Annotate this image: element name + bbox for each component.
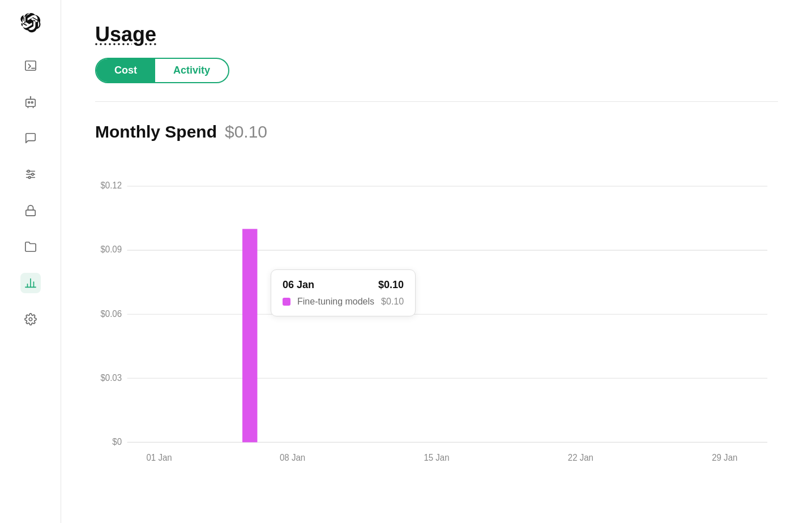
svg-point-13 xyxy=(31,173,33,175)
svg-text:01 Jan: 01 Jan xyxy=(146,452,172,462)
svg-rect-2 xyxy=(25,99,35,106)
svg-text:08 Jan: 08 Jan xyxy=(280,452,305,462)
chart-svg: $0 $0.03 $0.06 $0.09 $0.12 01 Jan 08 Jan… xyxy=(95,162,778,479)
folder-icon[interactable] xyxy=(20,237,41,257)
lock-icon[interactable] xyxy=(20,200,41,221)
sliders-icon[interactable] xyxy=(20,164,41,185)
monthly-spend-value: $0.10 xyxy=(225,122,267,142)
svg-point-3 xyxy=(28,102,29,104)
monthly-spend-header: Monthly Spend $0.10 xyxy=(95,122,778,142)
svg-text:$0.06: $0.06 xyxy=(100,308,122,319)
terminal-icon[interactable] xyxy=(20,55,41,76)
svg-text:$0.09: $0.09 xyxy=(100,243,122,254)
svg-point-6 xyxy=(30,97,31,97)
tab-cost[interactable]: Cost xyxy=(96,59,155,82)
svg-point-4 xyxy=(31,102,33,104)
svg-text:$0.03: $0.03 xyxy=(100,372,122,383)
page-title: Usage xyxy=(95,23,778,46)
svg-point-14 xyxy=(28,177,31,179)
sidebar xyxy=(0,0,61,523)
chart-icon[interactable] xyxy=(20,273,41,293)
svg-text:29 Jan: 29 Jan xyxy=(712,452,737,462)
chart-area: $0 $0.03 $0.06 $0.09 $0.12 01 Jan 08 Jan… xyxy=(95,162,778,479)
monthly-spend-label: Monthly Spend xyxy=(95,122,217,142)
openai-logo[interactable] xyxy=(19,11,42,34)
section-divider xyxy=(95,101,778,102)
svg-text:22 Jan: 22 Jan xyxy=(568,452,593,462)
chart-bar[interactable] xyxy=(242,229,257,442)
svg-point-12 xyxy=(27,170,29,173)
svg-text:15 Jan: 15 Jan xyxy=(424,452,449,462)
chat-icon[interactable] xyxy=(20,128,41,148)
svg-point-20 xyxy=(29,318,32,321)
tab-activity[interactable]: Activity xyxy=(155,59,228,82)
tabs-container: Cost Activity xyxy=(95,58,229,83)
svg-rect-15 xyxy=(25,210,35,216)
main-content: Usage Cost Activity Monthly Spend $0.10 … xyxy=(61,0,812,523)
svg-text:$0: $0 xyxy=(112,436,122,447)
gear-icon[interactable] xyxy=(20,309,41,329)
svg-text:$0.12: $0.12 xyxy=(100,179,122,190)
assistant-icon[interactable] xyxy=(20,92,41,112)
